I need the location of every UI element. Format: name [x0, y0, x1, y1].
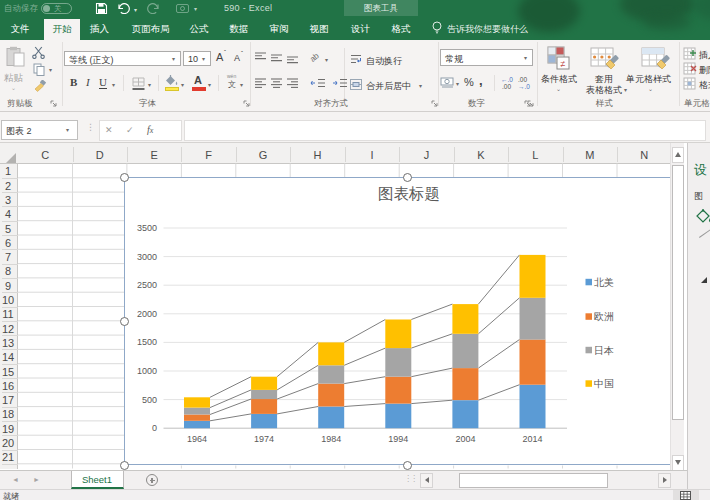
- svg-text:2500: 2500: [137, 280, 157, 290]
- svg-text:1964: 1964: [187, 434, 207, 444]
- svg-text:1984: 1984: [321, 434, 341, 444]
- svg-text:1974: 1974: [254, 434, 274, 444]
- svg-text:1500: 1500: [137, 337, 157, 347]
- svg-text:1000: 1000: [137, 366, 157, 376]
- svg-text:0: 0: [152, 423, 157, 433]
- svg-text:3500: 3500: [137, 223, 157, 233]
- svg-text:2014: 2014: [522, 434, 542, 444]
- svg-text:1994: 1994: [388, 434, 408, 444]
- svg-text:2004: 2004: [455, 434, 475, 444]
- svg-text:中国: 中国: [594, 378, 614, 389]
- svg-text:2000: 2000: [137, 309, 157, 319]
- svg-text:500: 500: [142, 395, 157, 405]
- svg-text:图表标题: 图表标题: [378, 185, 440, 202]
- svg-text:北美: 北美: [594, 277, 614, 288]
- svg-text:3000: 3000: [137, 252, 157, 262]
- svg-text:日本: 日本: [594, 345, 614, 356]
- svg-text:欧洲: 欧洲: [594, 311, 614, 322]
